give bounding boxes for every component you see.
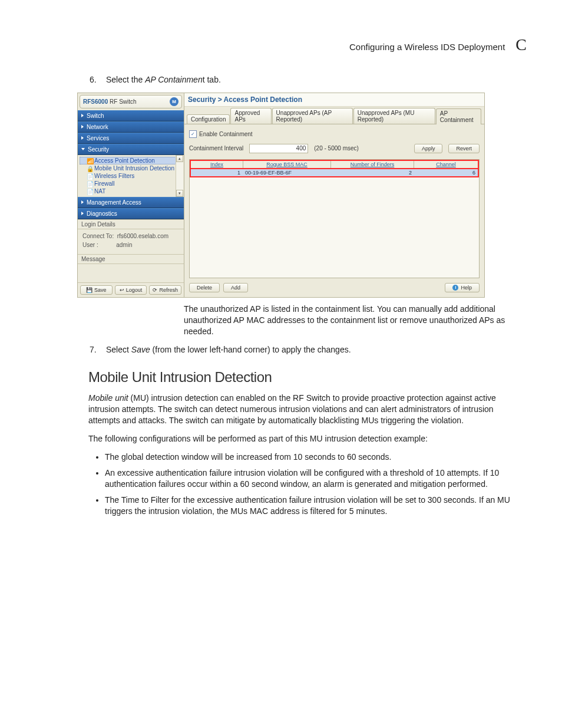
node-icon: 📶 [87, 158, 92, 163]
step-number: 7. [90, 344, 106, 355]
tab-configuration[interactable]: Configuration [187, 114, 230, 124]
nav-services[interactable]: Services [78, 133, 184, 144]
refresh-button[interactable]: ⟳Refresh [149, 285, 181, 295]
body-paragraph: Mobile unit (MU) intrusion detection can… [88, 393, 527, 426]
interval-label: Containment Interval [189, 145, 243, 151]
cell-channel: 6 [414, 169, 478, 176]
step-number: 6. [90, 74, 106, 85]
list-item: The global detection window will be incr… [105, 452, 527, 463]
caption-text: The unauthorized AP is listed in the con… [184, 304, 527, 337]
tab-bar: Configuration Approved APs Unapproved AP… [184, 107, 484, 124]
save-icon: 💾 [86, 287, 92, 293]
body-paragraph: The following configurations will be per… [88, 433, 527, 444]
scrollbar[interactable]: ▴▾ [176, 155, 183, 197]
add-button[interactable]: Add [223, 283, 248, 292]
interval-input[interactable]: 400 [249, 144, 308, 153]
tab-unapproved-ap-reported[interactable]: Unapproved APs (AP Reported) [272, 108, 353, 124]
nav-switch[interactable]: Switch [78, 110, 184, 121]
nav-diag[interactable]: Diagnostics [78, 208, 184, 219]
save-button[interactable]: 💾Save [80, 285, 113, 295]
step-text: Select [106, 345, 131, 354]
interval-hint: (20 - 5000 msec) [314, 145, 359, 151]
tree-wireless-filters[interactable]: 📄Wireless Filters [80, 172, 183, 180]
list-item: The Time to Filter for the excessive aut… [105, 495, 527, 517]
col-channel[interactable]: Channel [414, 161, 478, 168]
sidebar: RFS6000 RF Switch M Switch Network Servi… [78, 93, 184, 297]
nav-network[interactable]: Network [78, 121, 184, 133]
step-7: 7. Select Save (from the lower left-hand… [90, 344, 527, 355]
section-heading: Mobile Unit Intrusion Detection [88, 369, 527, 386]
nav-security[interactable]: Security [78, 144, 184, 155]
login-details-head: Login Details [78, 219, 184, 229]
nav-mgmt[interactable]: Management Access [78, 197, 184, 208]
scroll-down-icon[interactable]: ▾ [176, 190, 183, 197]
refresh-icon: ⟳ [153, 287, 157, 293]
node-icon: 📄 [87, 189, 92, 194]
step-text: Select the [106, 75, 145, 84]
containment-table: Index Rogue BSS MAC Number of Finders Ch… [189, 159, 480, 278]
cell-finders: 2 [330, 169, 414, 176]
col-mac[interactable]: Rogue BSS MAC [243, 161, 331, 168]
node-icon: 📄 [87, 173, 92, 179]
header-title: Configuring a Wireless IDS Deployment [349, 42, 505, 52]
login-details: Connect To: rfs6000.eselab.com User : ad… [78, 229, 184, 254]
tab-unapproved-mu-reported[interactable]: Unapproved APs (MU Reported) [353, 108, 435, 124]
node-icon: 📄 [87, 181, 92, 186]
table-row[interactable]: 1 00-19-69-EF-BB-6F 2 6 [190, 168, 479, 177]
apply-button[interactable]: Apply [414, 144, 443, 153]
device-bar: RFS6000 RF Switch M [80, 95, 182, 108]
breadcrumb: Security > Access Point Detection [184, 93, 484, 107]
step-em: AP Containmen [145, 75, 203, 84]
col-finders[interactable]: Number of Finders [331, 161, 414, 168]
logout-icon: ↩ [120, 287, 124, 293]
logout-button[interactable]: ↩Logout [115, 285, 147, 295]
app-screenshot: RFS6000 RF Switch M Switch Network Servi… [77, 93, 485, 298]
page-header: Configuring a Wireless IDS Deployment C [35, 35, 527, 54]
help-icon: i [452, 285, 458, 291]
col-index[interactable]: Index [191, 161, 243, 168]
step-em: Save [131, 345, 150, 354]
step-text: t tab. [203, 75, 221, 84]
appendix-letter: C [515, 35, 527, 54]
scroll-up-icon[interactable]: ▴ [176, 155, 183, 162]
step-6: 6. Select the AP Containment tab. [90, 74, 527, 85]
tree-nat[interactable]: 📄NAT [80, 187, 183, 195]
tree-mu-intrusion[interactable]: 🔒Mobile Unit Intrusion Detection [80, 164, 183, 172]
bullet-list: The global detection window will be incr… [88, 452, 527, 516]
tree-firewall[interactable]: 📄Firewall [80, 180, 183, 187]
enable-containment-label: Enable Containment [199, 131, 253, 137]
motorola-logo-icon: M [170, 97, 178, 106]
enable-containment-checkbox[interactable]: ✓ [189, 130, 197, 138]
help-button[interactable]: iHelp [445, 283, 480, 292]
message-head: Message [78, 254, 184, 264]
list-item: An excessive authentication failure intr… [105, 467, 527, 490]
node-icon: 🔒 [87, 166, 92, 171]
security-tree: ▴▾ 📶Access Point Detection 🔒Mobile Unit … [78, 155, 184, 197]
cell-index: 1 [191, 169, 243, 176]
revert-button[interactable]: Revert [448, 144, 480, 153]
tree-access-point-detection[interactable]: 📶Access Point Detection [80, 157, 183, 164]
tab-ap-containment[interactable]: AP Containment [436, 108, 481, 124]
delete-button[interactable]: Delete [189, 283, 220, 292]
device-model: RFS6000 [83, 98, 108, 105]
tab-approved-aps[interactable]: Approved APs [230, 108, 271, 124]
cell-mac: 00-19-69-EF-BB-6F [243, 169, 330, 176]
device-type: RF Switch [110, 98, 137, 105]
step-text: (from the lower left-hand corner) to app… [150, 345, 351, 354]
